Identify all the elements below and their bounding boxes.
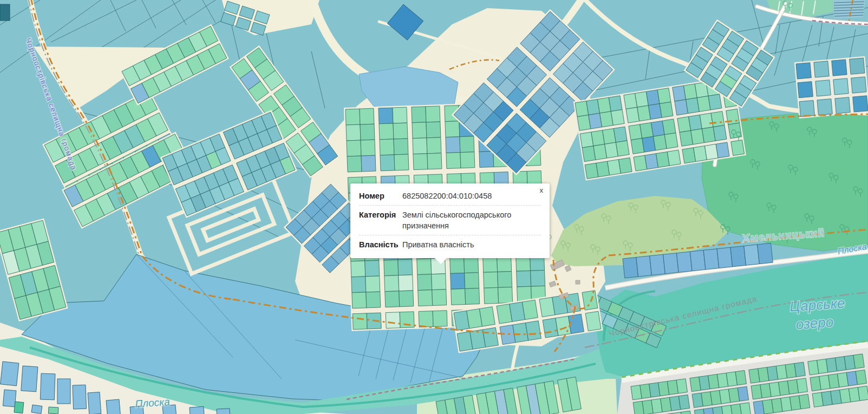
- parcel[interactable]: [663, 253, 679, 274]
- parcel[interactable]: [380, 155, 395, 171]
- parcel[interactable]: [498, 287, 513, 303]
- parcel[interactable]: [713, 125, 727, 141]
- parcel[interactable]: [817, 99, 832, 115]
- parcel[interactable]: [451, 288, 466, 305]
- parcel[interactable]: [465, 273, 479, 289]
- parcel[interactable]: [393, 123, 408, 139]
- parcel[interactable]: [426, 106, 440, 122]
- parcel[interactable]: [582, 291, 598, 310]
- parcel[interactable]: [483, 327, 499, 347]
- parcel[interactable]: [394, 154, 409, 170]
- parcel[interactable]: [484, 272, 498, 288]
- parcel[interactable]: [797, 378, 807, 393]
- parcel[interactable]: [484, 287, 499, 304]
- parcel[interactable]: [851, 77, 866, 93]
- parcel[interactable]: [735, 370, 746, 385]
- parcel[interactable]: [664, 133, 678, 149]
- parcel[interactable]: [479, 307, 495, 326]
- parcel[interactable]: [432, 274, 446, 290]
- parcel[interactable]: [730, 246, 746, 266]
- parcel[interactable]: [738, 386, 748, 401]
- parcel[interactable]: [386, 312, 400, 328]
- parcel[interactable]: [498, 271, 512, 287]
- parcel[interactable]: [353, 313, 367, 330]
- parcel[interactable]: [361, 140, 375, 156]
- parcel[interactable]: [832, 60, 847, 76]
- parcel[interactable]: [360, 124, 375, 140]
- parcel[interactable]: [398, 259, 413, 275]
- parcel[interactable]: [614, 127, 627, 142]
- parcel[interactable]: [352, 292, 367, 308]
- parcel[interactable]: [460, 152, 475, 168]
- parcel[interactable]: [21, 366, 38, 392]
- parcel[interactable]: [412, 122, 427, 139]
- parcel[interactable]: [106, 399, 121, 414]
- parcel[interactable]: [609, 96, 622, 111]
- parcel[interactable]: [413, 138, 427, 154]
- parcel[interactable]: [676, 252, 692, 272]
- parcel[interactable]: [399, 275, 413, 291]
- parcel[interactable]: [427, 153, 442, 169]
- parcel[interactable]: [708, 94, 722, 110]
- parcel[interactable]: [794, 362, 805, 377]
- parcel[interactable]: [799, 395, 810, 409]
- parcel[interactable]: [445, 121, 460, 137]
- parcel[interactable]: [418, 290, 433, 306]
- parcel[interactable]: [464, 257, 479, 273]
- parcel[interactable]: [451, 273, 465, 290]
- parcel[interactable]: [351, 261, 366, 277]
- parcel[interactable]: [650, 254, 665, 275]
- parcel[interactable]: [417, 259, 432, 275]
- parcel[interactable]: [57, 379, 70, 404]
- parcel[interactable]: [393, 107, 407, 123]
- parcel[interactable]: [618, 157, 632, 173]
- parcel[interactable]: [400, 312, 414, 328]
- parcel[interactable]: [450, 258, 465, 274]
- parcel[interactable]: [585, 311, 601, 331]
- parcel[interactable]: [360, 108, 374, 124]
- parcel[interactable]: [347, 140, 361, 156]
- parcel[interactable]: [433, 311, 447, 327]
- parcel[interactable]: [611, 110, 624, 126]
- parcel[interactable]: [345, 109, 360, 125]
- parcel[interactable]: [636, 256, 652, 277]
- parcel[interactable]: [412, 107, 426, 123]
- parcel[interactable]: [835, 97, 850, 114]
- parcel[interactable]: [662, 119, 676, 135]
- parcel[interactable]: [858, 386, 868, 400]
- parcel[interactable]: [446, 153, 461, 169]
- parcel[interactable]: [526, 321, 541, 340]
- parcel[interactable]: [417, 274, 432, 291]
- parcel[interactable]: [346, 124, 361, 141]
- parcel[interactable]: [40, 373, 55, 400]
- parcel[interactable]: [3, 390, 16, 407]
- parcel[interactable]: [676, 379, 687, 393]
- parcel[interactable]: [73, 385, 87, 409]
- parcel[interactable]: [799, 100, 814, 116]
- parcel[interactable]: [660, 102, 673, 117]
- parcel[interactable]: [384, 260, 399, 276]
- parcel[interactable]: [717, 247, 733, 268]
- popup-close-button[interactable]: x: [538, 185, 545, 195]
- parcel[interactable]: [385, 291, 400, 307]
- parcel[interactable]: [1, 362, 19, 386]
- parcel[interactable]: [427, 137, 441, 154]
- parcel[interactable]: [378, 108, 393, 124]
- parcel[interactable]: [798, 82, 813, 98]
- parcel[interactable]: [365, 260, 380, 277]
- parcel[interactable]: [366, 276, 380, 292]
- parcel[interactable]: [711, 111, 725, 127]
- parcel[interactable]: [190, 406, 205, 414]
- parcel[interactable]: [744, 245, 760, 265]
- parcel[interactable]: [850, 58, 865, 74]
- parcel[interactable]: [716, 142, 729, 158]
- parcel[interactable]: [384, 275, 399, 292]
- parcel[interactable]: [446, 137, 460, 153]
- parcel[interactable]: [88, 392, 101, 414]
- parcel[interactable]: [413, 154, 428, 170]
- parcel[interactable]: [426, 122, 441, 138]
- parcel[interactable]: [361, 155, 376, 172]
- parcel[interactable]: [814, 61, 829, 77]
- parcel[interactable]: [731, 140, 745, 156]
- parcel[interactable]: [31, 405, 42, 413]
